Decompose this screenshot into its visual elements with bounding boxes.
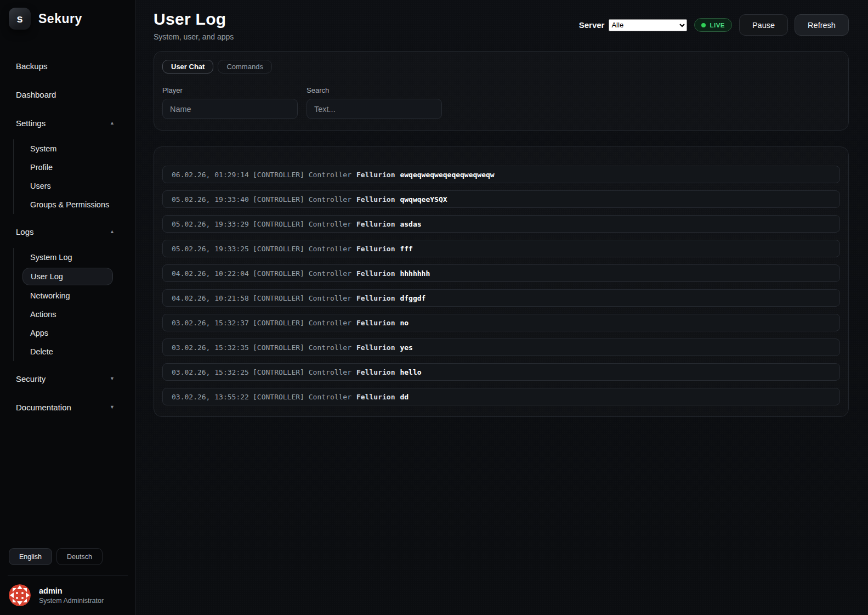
log-timestamp: 05.02.26, 19:33:40 <box>172 195 253 204</box>
sidebar-item-label: Logs <box>16 227 34 236</box>
log-source: [CONTROLLER] Controller <box>253 269 351 278</box>
tab-user-chat[interactable]: User Chat <box>162 60 213 74</box>
server-select[interactable]: Alle <box>609 19 687 31</box>
sidebar-item-label: Documentation <box>16 403 71 412</box>
log-source: [CONTROLLER] Controller <box>253 171 351 179</box>
log-row[interactable]: 05.02.26, 19:33:29 [CONTROLLER] Controll… <box>162 215 840 233</box>
log-source: [CONTROLLER] Controller <box>253 294 351 302</box>
page-header: User Log System, user, and apps Server A… <box>154 10 849 41</box>
log-timestamp: 05.02.26, 19:33:29 <box>172 220 253 228</box>
log-row[interactable]: 06.02.26, 01:29:14 [CONTROLLER] Controll… <box>162 166 840 183</box>
sidebar-item-apps[interactable]: Apps <box>14 324 127 342</box>
divider <box>8 575 128 575</box>
sidebar: s Sekury Backups Dashboard Settings ▲ Sy… <box>0 0 136 615</box>
log-user: Fellurion <box>356 269 395 278</box>
sidebar-item-label: Settings <box>16 119 46 128</box>
log-user: Fellurion <box>356 294 395 302</box>
main-content: User Log System, user, and apps Server A… <box>136 0 868 615</box>
server-label: Server <box>579 20 605 30</box>
sidebar-item-profile[interactable]: Profile <box>14 158 127 177</box>
log-user: Fellurion <box>356 319 395 327</box>
sidebar-item-actions[interactable]: Actions <box>14 305 127 324</box>
user-name: admin <box>39 586 104 595</box>
language-button-english[interactable]: English <box>9 548 52 565</box>
log-message: qwqwqeeYSQX <box>400 195 447 204</box>
log-user: Fellurion <box>356 245 395 253</box>
sidebar-item-delete[interactable]: Delete <box>14 342 127 361</box>
log-row[interactable]: 04.02.26, 10:22:04 [CONTROLLER] Controll… <box>162 264 840 282</box>
log-message: asdas <box>400 220 421 228</box>
chevron-up-icon: ▲ <box>110 229 115 234</box>
sidebar-item-documentation[interactable]: Documentation ▼ <box>9 395 127 419</box>
log-row[interactable]: 03.02.26, 15:32:25 [CONTROLLER] Controll… <box>162 363 840 381</box>
language-switcher: English Deutsch <box>9 548 127 565</box>
log-timestamp: 06.02.26, 01:29:14 <box>172 171 253 179</box>
page-title: User Log <box>154 10 234 29</box>
log-timestamp: 03.02.26, 13:55:22 <box>172 393 253 401</box>
log-message: ewqeqweqweqeqeqweqweqw <box>400 171 494 179</box>
tab-commands[interactable]: Commands <box>218 60 271 74</box>
sidebar-bottom: English Deutsch <box>9 548 127 606</box>
sidebar-item-security[interactable]: Security ▼ <box>9 366 127 391</box>
log-list: 06.02.26, 01:29:14 [CONTROLLER] Controll… <box>154 146 849 417</box>
sidebar-item-groups-permissions[interactable]: Groups & Permissions <box>14 195 127 214</box>
sidebar-item-user-log[interactable]: User Log <box>22 268 113 285</box>
log-message: no <box>400 319 409 327</box>
user-profile[interactable]: admin System Administrator <box>9 584 127 606</box>
log-timestamp: 03.02.26, 15:32:35 <box>172 343 253 352</box>
brand-name: Sekury <box>38 12 82 26</box>
sidebar-item-networking[interactable]: Networking <box>14 286 127 305</box>
filter-fields: Player Search <box>162 86 840 119</box>
page-subtitle: System, user, and apps <box>154 32 234 41</box>
log-row[interactable]: 05.02.26, 19:33:40 [CONTROLLER] Controll… <box>162 190 840 208</box>
log-row[interactable]: 03.02.26, 13:55:22 [CONTROLLER] Controll… <box>162 388 840 405</box>
sidebar-item-settings[interactable]: Settings ▲ <box>9 111 127 135</box>
log-user: Fellurion <box>356 171 395 179</box>
language-button-deutsch[interactable]: Deutsch <box>56 548 103 565</box>
live-dot-icon <box>701 23 706 27</box>
log-user: Fellurion <box>356 393 395 401</box>
avatar <box>9 584 31 606</box>
search-input[interactable] <box>307 99 442 119</box>
chevron-down-icon: ▼ <box>110 376 115 381</box>
sidebar-item-label: Dashboard <box>16 90 56 99</box>
pause-button[interactable]: Pause <box>739 14 788 36</box>
log-timestamp: 05.02.26, 19:33:25 <box>172 245 253 253</box>
log-user: Fellurion <box>356 343 395 352</box>
log-user: Fellurion <box>356 368 395 376</box>
player-input[interactable] <box>162 99 298 119</box>
sidebar-item-backups[interactable]: Backups <box>9 54 127 78</box>
log-timestamp: 04.02.26, 10:21:58 <box>172 294 253 302</box>
log-row[interactable]: 03.02.26, 15:32:35 [CONTROLLER] Controll… <box>162 338 840 356</box>
chevron-up-icon: ▲ <box>110 120 115 126</box>
sidebar-item-label: Backups <box>16 61 48 71</box>
player-label: Player <box>162 86 298 94</box>
log-message: yes <box>400 343 412 352</box>
log-row[interactable]: 05.02.26, 19:33:25 [CONTROLLER] Controll… <box>162 240 840 257</box>
log-timestamp: 03.02.26, 15:32:37 <box>172 319 253 327</box>
player-filter: Player <box>162 86 298 119</box>
log-source: [CONTROLLER] Controller <box>253 343 351 352</box>
sidebar-item-dashboard[interactable]: Dashboard <box>9 82 127 106</box>
search-filter: Search <box>307 86 442 119</box>
log-message: dd <box>400 393 409 401</box>
refresh-button[interactable]: Refresh <box>795 14 849 36</box>
log-timestamp: 04.02.26, 10:22:04 <box>172 269 253 278</box>
log-source: [CONTROLLER] Controller <box>253 393 351 401</box>
log-row[interactable]: 04.02.26, 10:21:58 [CONTROLLER] Controll… <box>162 289 840 307</box>
log-timestamp: 03.02.26, 15:32:25 <box>172 368 253 376</box>
log-message: dfggdf <box>400 294 426 302</box>
sidebar-item-system-log[interactable]: System Log <box>14 248 127 267</box>
sidebar-item-system[interactable]: System <box>14 139 127 158</box>
sidebar-item-users[interactable]: Users <box>14 177 127 195</box>
log-source: [CONTROLLER] Controller <box>253 220 351 228</box>
filter-card: User Chat Commands Player Search <box>154 51 849 131</box>
log-message: hello <box>400 368 421 376</box>
search-label: Search <box>307 86 442 94</box>
chevron-down-icon: ▼ <box>110 404 115 410</box>
log-user: Fellurion <box>356 195 395 204</box>
sidebar-item-logs[interactable]: Logs ▲ <box>9 219 127 244</box>
log-source: [CONTROLLER] Controller <box>253 195 351 204</box>
log-row[interactable]: 03.02.26, 15:32:37 [CONTROLLER] Controll… <box>162 314 840 331</box>
live-label: LIVE <box>710 22 725 29</box>
